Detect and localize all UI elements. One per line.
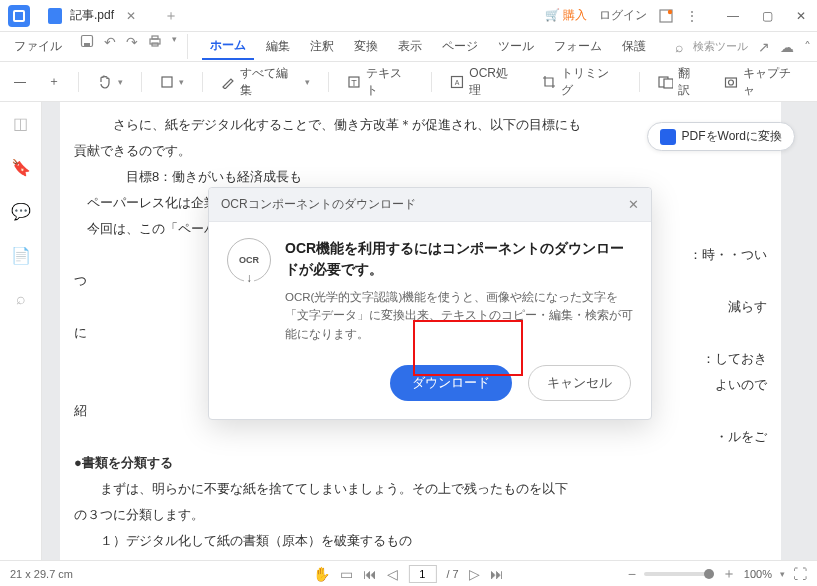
home-toolbar: — ＋ ▾ ▾ すべて編集 ▾ T テキスト A OCR処理 トリミング 翻訳 … <box>0 62 817 102</box>
body-line: まずは、明らかに不要な紙を捨ててしまいましょう。その上で残ったものを以下 <box>74 476 767 502</box>
magnifier-icon: ⌕ <box>675 39 683 55</box>
svg-rect-3 <box>84 43 90 46</box>
file-menu[interactable]: ファイル <box>6 34 70 59</box>
kebab-icon[interactable]: ⋮ <box>685 8 699 24</box>
dialog-description: OCR(光学的文字認識)機能を使うと、画像や絵になった文字を「文字データ」に変換… <box>285 288 633 343</box>
tab-display[interactable]: 表示 <box>390 34 430 59</box>
zoom-out-icon[interactable]: − <box>628 566 636 582</box>
tab-edit[interactable]: 編集 <box>258 34 298 59</box>
svg-rect-13 <box>663 79 672 88</box>
maximize-button[interactable]: ▢ <box>755 4 779 28</box>
cart-icon[interactable]: 🛒 購入 <box>545 7 587 24</box>
comments-icon[interactable]: 💬 <box>12 202 30 220</box>
zoom-value: 100% <box>744 568 772 580</box>
zoom-in-button[interactable]: ＋ <box>44 71 64 92</box>
next-page-icon[interactable]: ▷ <box>469 566 480 582</box>
svg-text:T: T <box>351 77 357 87</box>
tab-page[interactable]: ページ <box>434 34 486 59</box>
minimize-button[interactable]: — <box>721 4 745 28</box>
last-page-icon[interactable]: ⏭ <box>490 566 504 582</box>
hand-mode-icon[interactable]: ✋ <box>313 566 330 582</box>
login-link[interactable]: ログイン <box>599 7 647 24</box>
document-tab[interactable]: 記事.pdf ✕ <box>38 2 150 30</box>
translate-button[interactable]: 翻訳 <box>654 63 707 101</box>
download-button[interactable]: ダウンロード <box>390 365 512 401</box>
ocr-download-dialog: OCRコンポーネントのダウンロード ✕ OCR OCR機能を利用するにはコンポー… <box>208 187 652 420</box>
status-bar: 21 x 29.7 cm ✋ ▭ ⏮ ◁ / 7 ▷ ⏭ − ＋ 100% ▾ … <box>0 560 817 586</box>
edit-all-label: すべて編集 <box>240 65 300 99</box>
close-button[interactable]: ✕ <box>789 4 813 28</box>
notification-icon[interactable] <box>659 9 673 23</box>
buy-label: 購入 <box>563 8 587 22</box>
title-bar: 記事.pdf ✕ ＋ 🛒 購入 ログイン ⋮ — ▢ ✕ <box>0 0 817 32</box>
zoom-in-icon[interactable]: ＋ <box>722 565 736 583</box>
text-label: テキスト <box>366 65 414 99</box>
section-heading: ●書類を分類する <box>74 450 767 476</box>
tab-form[interactable]: フォーム <box>546 34 610 59</box>
tab-convert[interactable]: 変換 <box>346 34 386 59</box>
select-tool-button[interactable]: ▾ <box>156 73 188 91</box>
dialog-heading: OCR機能を利用するにはコンポーネントのダウンロードが必要です。 <box>285 238 633 280</box>
ocr-button[interactable]: A OCR処理 <box>446 63 523 101</box>
read-mode-icon[interactable]: ▭ <box>340 566 353 582</box>
popout-icon[interactable]: ↗ <box>758 39 770 55</box>
print-icon[interactable] <box>148 34 162 59</box>
dialog-close-button[interactable]: ✕ <box>628 197 639 212</box>
right-gutter <box>799 102 817 560</box>
tab-comment[interactable]: 注釈 <box>302 34 342 59</box>
dialog-titlebar: OCRコンポーネントのダウンロード ✕ <box>209 188 651 222</box>
app-logo-icon <box>8 5 30 27</box>
zoom-caret-icon[interactable]: ▾ <box>780 569 785 579</box>
ocr-badge-icon: OCR <box>227 238 271 282</box>
prev-page-icon[interactable]: ◁ <box>387 566 398 582</box>
translate-label: 翻訳 <box>678 65 702 99</box>
svg-point-15 <box>729 80 734 85</box>
quickbar-caret-icon[interactable]: ▾ <box>172 34 177 59</box>
edit-all-button[interactable]: すべて編集 ▾ <box>217 63 314 101</box>
body-line: １）デジタル化して紙の書類（原本）を破棄するもの <box>74 528 767 554</box>
undo-icon[interactable]: ↶ <box>104 34 116 59</box>
attachments-icon[interactable]: 📄 <box>12 246 30 264</box>
svg-point-1 <box>668 9 672 13</box>
zoom-slider[interactable] <box>644 572 714 576</box>
body-line: の３つに分類します。 <box>74 502 767 528</box>
first-page-icon[interactable]: ⏮ <box>363 566 377 582</box>
convert-to-word-pill[interactable]: PDFをWordに変換 <box>647 122 795 151</box>
bookmarks-icon[interactable]: 🔖 <box>12 158 30 176</box>
tab-home[interactable]: ホーム <box>202 33 254 60</box>
trimming-button[interactable]: トリミング <box>538 63 625 101</box>
fit-screen-icon[interactable]: ⛶ <box>793 566 807 582</box>
ocr-label: OCR処理 <box>469 65 519 99</box>
svg-text:A: A <box>455 79 460 86</box>
tab-protect[interactable]: 保護 <box>614 34 654 59</box>
svg-rect-14 <box>726 78 737 87</box>
page-total: / 7 <box>446 568 458 580</box>
search-tool-placeholder[interactable]: 検索ツール <box>693 39 748 54</box>
svg-rect-5 <box>152 36 158 39</box>
hand-tool-button[interactable]: ▾ <box>93 72 127 92</box>
text-button[interactable]: T テキスト <box>343 63 418 101</box>
tab-title: 記事.pdf <box>70 7 114 24</box>
tab-tool[interactable]: ツール <box>490 34 542 59</box>
thumbnails-icon[interactable]: ◫ <box>12 114 30 132</box>
search-panel-icon[interactable]: ⌕ <box>12 290 30 308</box>
menu-bar: ファイル ↶ ↷ ▾ ホーム 編集 注釈 変換 表示 ページ ツール フォーム … <box>0 32 817 62</box>
capture-label: キャプチャ <box>743 65 803 99</box>
cloud-icon[interactable]: ☁ <box>780 39 794 55</box>
cancel-button[interactable]: キャンセル <box>528 365 631 401</box>
body-line: ・ルをご <box>74 424 767 450</box>
dialog-title-small: OCRコンポーネントのダウンロード <box>221 196 416 213</box>
zoom-out-button[interactable]: — <box>10 73 30 91</box>
pdf-icon <box>48 8 62 24</box>
trimming-label: トリミング <box>561 65 621 99</box>
sidebar: ◫ 🔖 💬 📄 ⌕ <box>0 102 42 560</box>
redo-icon[interactable]: ↷ <box>126 34 138 59</box>
collapse-ribbon-icon[interactable]: ˄ <box>804 39 811 55</box>
page-size: 21 x 29.7 cm <box>10 568 73 580</box>
save-icon[interactable] <box>80 34 94 59</box>
page-input[interactable] <box>408 565 436 583</box>
tab-close-button[interactable]: ✕ <box>122 9 140 23</box>
capture-button[interactable]: キャプチャ <box>720 63 807 101</box>
convert-label: PDFをWordに変換 <box>682 128 782 145</box>
new-tab-button[interactable]: ＋ <box>164 7 178 25</box>
